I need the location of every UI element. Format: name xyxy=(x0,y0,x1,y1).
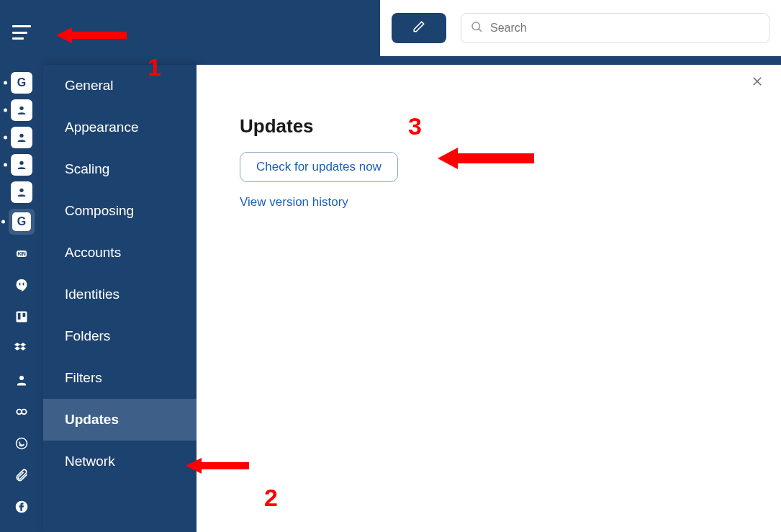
settings-nav-updates[interactable]: Updates xyxy=(43,399,197,441)
topbar-left xyxy=(0,0,43,65)
google-icon[interactable]: G xyxy=(11,72,32,94)
settings-nav-appearance[interactable]: Appearance xyxy=(43,107,197,148)
svg-point-5 xyxy=(19,189,23,192)
person-icon[interactable] xyxy=(11,127,32,148)
svg-rect-8 xyxy=(23,313,26,317)
search-field-container[interactable] xyxy=(461,13,769,43)
svg-point-4 xyxy=(19,161,23,165)
pane-content: Updates Check for updates now View versi… xyxy=(197,65,781,260)
hamburger-line xyxy=(12,37,24,40)
svg-line-1 xyxy=(479,29,481,31)
pencil-icon xyxy=(412,20,425,36)
hangouts-icon[interactable] xyxy=(9,272,35,298)
svg-rect-7 xyxy=(18,313,21,320)
whatsapp-icon[interactable] xyxy=(9,430,35,456)
kin-icon[interactable]: KIN xyxy=(9,240,35,266)
search-input[interactable] xyxy=(490,22,760,35)
svg-point-2 xyxy=(19,107,23,110)
settings-nav-scaling[interactable]: Scaling xyxy=(43,148,197,190)
svg-point-11 xyxy=(22,410,27,415)
settings-nav-accounts[interactable]: Accounts xyxy=(43,232,197,274)
link-icon[interactable] xyxy=(9,399,35,425)
hamburger-menu-button[interactable] xyxy=(12,25,31,40)
settings-nav: General Appearance Scaling Composing Acc… xyxy=(43,65,197,532)
topbar-spacer xyxy=(43,0,173,65)
topbar-right xyxy=(380,0,781,56)
settings-pane: Updates Check for updates now View versi… xyxy=(197,65,781,532)
person-solid-icon[interactable] xyxy=(9,367,35,393)
view-version-history-link[interactable]: View version history xyxy=(240,195,348,209)
svg-point-9 xyxy=(19,376,24,380)
settings-nav-identities[interactable]: Identities xyxy=(43,274,197,315)
svg-point-12 xyxy=(17,438,27,449)
compose-button[interactable] xyxy=(392,13,446,43)
topbar-brand-area xyxy=(173,0,380,65)
close-icon xyxy=(751,78,764,90)
attachment-icon[interactable] xyxy=(9,462,35,488)
person-icon[interactable] xyxy=(11,181,32,203)
hamburger-line xyxy=(12,32,27,34)
settings-nav-general[interactable]: General xyxy=(43,65,197,107)
dropbox-icon[interactable] xyxy=(9,335,35,361)
person-icon[interactable] xyxy=(11,99,32,121)
accounts-rail: G G KIN xyxy=(0,65,43,532)
pane-title: Updates xyxy=(240,115,738,137)
facebook-icon[interactable] xyxy=(9,494,35,520)
svg-point-10 xyxy=(17,410,22,415)
close-button[interactable] xyxy=(751,75,768,92)
search-icon xyxy=(470,20,483,36)
settings-nav-composing[interactable]: Composing xyxy=(43,190,197,232)
settings-nav-folders[interactable]: Folders xyxy=(43,315,197,357)
check-for-updates-button[interactable]: Check for updates now xyxy=(240,152,398,182)
trello-icon[interactable] xyxy=(9,304,35,330)
svg-point-3 xyxy=(19,134,23,137)
topbar xyxy=(0,0,781,65)
person-icon[interactable] xyxy=(11,154,32,176)
settings-nav-filters[interactable]: Filters xyxy=(43,357,197,399)
settings-nav-network[interactable]: Network xyxy=(43,441,197,482)
google-icon[interactable]: G xyxy=(9,209,35,235)
hamburger-line xyxy=(12,25,31,27)
